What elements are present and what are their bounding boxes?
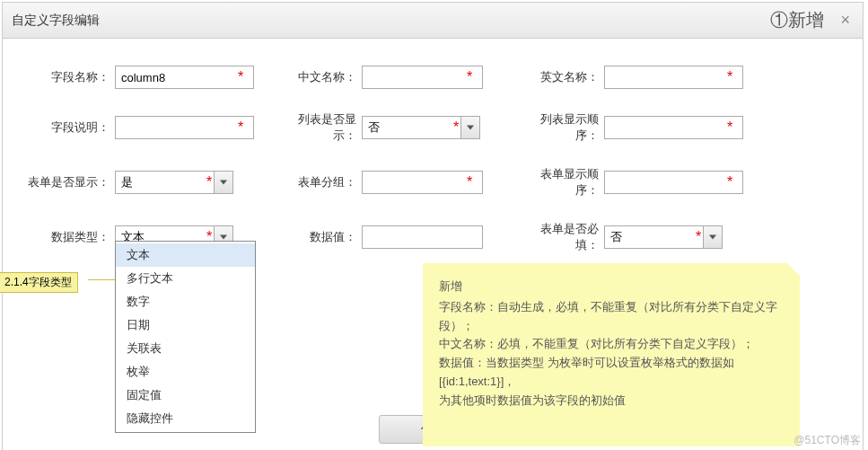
help-line: 数据值：当数据类型 为枚举时可以设置枚举格式的数据如[{id:1,text:1}… — [439, 354, 784, 392]
required-marker: * — [453, 119, 459, 136]
close-icon[interactable]: × — [837, 11, 854, 30]
label-form-show: 表单是否显示： — [25, 174, 115, 190]
dialog-window: 自定义字段编辑 ①新增 × 字段名称： * 中文名称： * 英文名称： * — [2, 2, 864, 450]
dropdown-option[interactable]: 隐藏控件 — [116, 407, 255, 430]
dropdown-button[interactable] — [460, 116, 480, 139]
dropdown-option[interactable]: 数字 — [116, 290, 255, 313]
label-form-order: 表单显示顺序： — [523, 166, 604, 199]
label-data-type: 数据类型： — [25, 229, 115, 245]
titlebar: 自定义字段编辑 ①新增 × — [3, 3, 863, 39]
list-order-input[interactable] — [604, 116, 743, 139]
field-desc-input[interactable] — [115, 116, 254, 139]
required-marker: * — [727, 69, 732, 85]
annotation-label: 2.1.4字段类型 — [0, 272, 78, 293]
label-field-name: 字段名称： — [25, 69, 115, 85]
required-marker: * — [696, 229, 701, 245]
dropdown-button[interactable] — [703, 225, 723, 249]
required-marker: * — [467, 69, 472, 85]
dropdown-option[interactable]: 关联表 — [116, 337, 255, 360]
help-line: 字段名称：自动生成，必填，不能重复（对比所有分类下自定义字段）； — [439, 298, 784, 336]
dropdown-option[interactable]: 固定值 — [116, 384, 255, 407]
required-marker: * — [238, 69, 243, 85]
help-line: 为其他项时数据值为该字段的初始值 — [439, 392, 784, 410]
label-form-group: 表单分组： — [281, 174, 362, 190]
dropdown-option[interactable]: 多行文本 — [116, 267, 255, 290]
dropdown-option[interactable]: 文本 — [116, 243, 255, 267]
data-type-dropdown[interactable]: 文本 多行文本 数字 日期 关联表 枚举 固定值 隐藏控件 — [115, 241, 256, 433]
label-en-name: 英文名称： — [523, 69, 604, 85]
label-list-show: 列表是否显示： — [281, 111, 362, 144]
form-group-input[interactable] — [362, 171, 483, 194]
form-order-input[interactable] — [604, 171, 743, 194]
required-marker: * — [727, 119, 732, 136]
required-marker: * — [206, 174, 212, 190]
field-name-input[interactable] — [115, 66, 254, 89]
label-form-required: 表单是否必填： — [523, 221, 604, 253]
label-cn-name: 中文名称： — [281, 69, 362, 85]
annotation-connector — [88, 279, 115, 280]
header-annotation: ①新增 — [765, 8, 829, 32]
en-name-input[interactable] — [604, 66, 743, 89]
dropdown-option[interactable]: 枚举 — [116, 360, 255, 384]
dropdown-option[interactable]: 日期 — [116, 313, 255, 337]
required-marker: * — [238, 119, 243, 136]
label-data-value: 数据值： — [281, 229, 362, 245]
watermark: @51CTO博客 — [793, 433, 861, 448]
data-value-input[interactable] — [362, 225, 483, 249]
required-marker: * — [727, 174, 732, 190]
help-title: 新增 — [439, 278, 784, 296]
cn-name-input[interactable] — [362, 66, 483, 89]
label-field-desc: 字段说明： — [25, 119, 115, 136]
dialog-title: 自定义字段编辑 — [12, 13, 100, 29]
label-list-order: 列表显示顺序： — [523, 111, 604, 144]
help-line: 中文名称：必填，不能重复（对比所有分类下自定义字段）； — [439, 335, 784, 354]
dropdown-button[interactable] — [214, 171, 233, 194]
required-marker: * — [467, 174, 472, 190]
help-note: 新增 字段名称：自动生成，必填，不能重复（对比所有分类下自定义字段）； 中文名称… — [423, 263, 800, 446]
